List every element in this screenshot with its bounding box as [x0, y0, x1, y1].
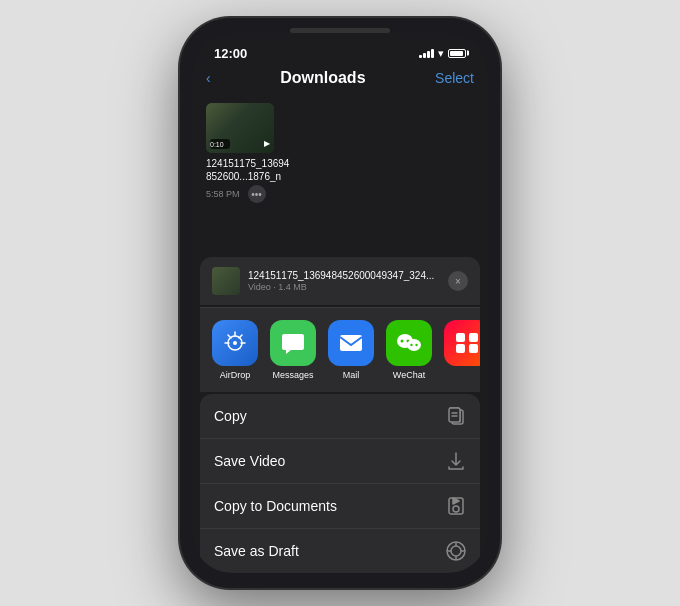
page-title: Downloads: [280, 69, 365, 87]
svg-rect-12: [456, 344, 465, 353]
play-icon: ▶: [264, 139, 270, 148]
share-app-mail[interactable]: Mail: [326, 320, 376, 380]
share-file-thumbnail: [212, 267, 240, 295]
share-file-bar: 124151175_136948452600049347_324... Vide…: [200, 257, 480, 305]
save-as-draft-label: Save as Draft: [214, 543, 299, 559]
svg-point-19: [453, 506, 459, 512]
copy-icon: [446, 406, 466, 426]
svg-point-5: [401, 340, 404, 343]
copy-to-documents-icon: [446, 496, 466, 516]
save-as-draft-action[interactable]: Save as Draft: [200, 529, 480, 573]
share-app-more[interactable]: [442, 320, 480, 370]
save-video-action[interactable]: Save Video: [200, 439, 480, 484]
share-app-wechat[interactable]: WeChat: [384, 320, 434, 380]
save-video-icon: [446, 451, 466, 471]
mail-icon: [328, 320, 374, 366]
save-as-draft-icon: [446, 541, 466, 561]
battery-icon: [448, 49, 466, 58]
copy-label: Copy: [214, 408, 247, 424]
svg-rect-11: [469, 333, 478, 342]
phone-device: 12:00 ▾ ‹ Downloads Select: [180, 18, 500, 588]
airdrop-label: AirDrop: [220, 370, 251, 380]
wechat-icon: [386, 320, 432, 366]
messages-icon: [270, 320, 316, 366]
svg-rect-13: [469, 344, 478, 353]
more-options-button[interactable]: •••: [248, 185, 266, 203]
share-file-details: 124151175_136948452600049347_324... Vide…: [248, 270, 448, 292]
wifi-icon: ▾: [438, 47, 444, 60]
svg-rect-15: [449, 408, 460, 422]
share-actions: Copy Save Video: [200, 394, 480, 573]
file-name-line1: 124151175_13694: [206, 157, 289, 170]
select-button[interactable]: Select: [435, 70, 474, 86]
share-app-airdrop[interactable]: AirDrop: [210, 320, 260, 380]
share-file-name: 124151175_136948452600049347_324...: [248, 270, 448, 281]
share-file-info: 124151175_136948452600049347_324... Vide…: [212, 267, 448, 295]
share-app-messages[interactable]: Messages: [268, 320, 318, 380]
status-icons: ▾: [419, 47, 466, 60]
svg-rect-2: [340, 335, 362, 351]
file-name-line2: 852600...1876_n: [206, 170, 281, 183]
svg-rect-10: [456, 333, 465, 342]
status-bar: 12:00 ▾: [192, 33, 488, 67]
back-button[interactable]: ‹: [206, 70, 211, 86]
file-meta: 5:58 PM •••: [206, 185, 266, 203]
share-sheet: 124151175_136948452600049347_324... Vide…: [192, 257, 488, 573]
wechat-label: WeChat: [393, 370, 425, 380]
copy-to-documents-action[interactable]: Copy to Documents: [200, 484, 480, 529]
file-item: 0:10 ▶ 124151175_13694 852600...1876_n 5…: [206, 103, 474, 203]
duration-badge: 0:10: [210, 141, 224, 148]
svg-point-1: [233, 341, 237, 345]
status-time: 12:00: [214, 46, 247, 61]
content-area: 0:10 ▶ 124151175_13694 852600...1876_n 5…: [192, 93, 488, 219]
signal-bars-icon: [419, 48, 434, 58]
share-close-button[interactable]: ×: [448, 271, 468, 291]
messages-label: Messages: [272, 370, 313, 380]
file-thumbnail[interactable]: 0:10 ▶: [206, 103, 274, 153]
copy-action[interactable]: Copy: [200, 394, 480, 439]
save-video-label: Save Video: [214, 453, 285, 469]
copy-to-documents-label: Copy to Documents: [214, 498, 337, 514]
nav-bar: ‹ Downloads Select: [192, 67, 488, 93]
mail-label: Mail: [343, 370, 360, 380]
svg-point-21: [451, 546, 461, 556]
share-file-size: Video · 1.4 MB: [248, 282, 448, 292]
airdrop-icon: [212, 320, 258, 366]
svg-point-9: [415, 344, 417, 346]
svg-point-7: [407, 339, 421, 351]
svg-point-8: [410, 344, 412, 346]
phone-screen: 12:00 ▾ ‹ Downloads Select: [192, 33, 488, 573]
more-apps-icon: [444, 320, 480, 366]
file-time: 5:58 PM: [206, 189, 240, 199]
share-apps-row: AirDrop Messages: [200, 307, 480, 392]
